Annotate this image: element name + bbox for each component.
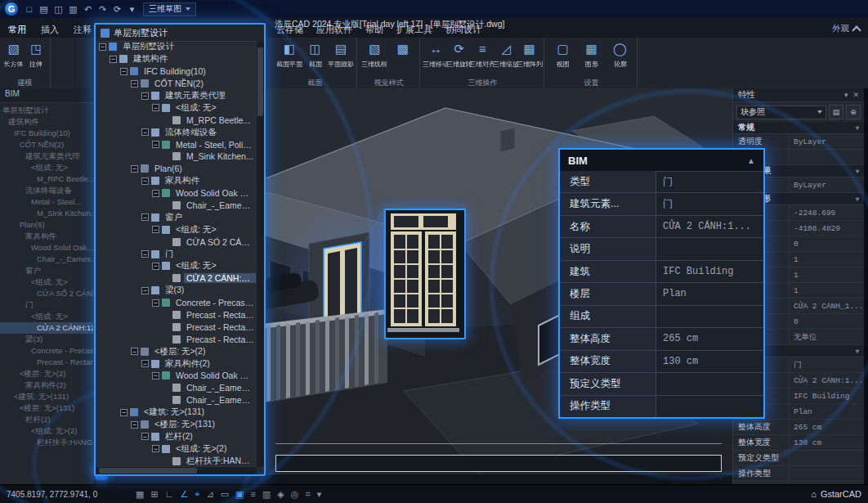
collapse-node-icon[interactable]: − [131, 165, 138, 173]
bim-popup-row-value[interactable]: IFC Building [656, 261, 763, 282]
home-icon[interactable]: ⌂ [811, 489, 817, 499]
3d-osnap-icon[interactable]: ◎ [291, 489, 299, 500]
tree-item[interactable]: −Metal - Steel, Polis... [96, 138, 257, 150]
collapse-node-icon[interactable]: − [120, 409, 128, 416]
dock-tree-item[interactable]: <楼层: 无>(2) [0, 368, 93, 379]
tree-item[interactable]: −<组成: 无>(2) [96, 442, 257, 455]
bim-popup-row-value[interactable]: 门 [656, 171, 763, 192]
dock-tree-item[interactable]: M_Sink Kitchen... [0, 208, 93, 219]
tab-扩展工具[interactable]: 扩展工具 [396, 24, 432, 36]
tree-item[interactable]: −门 [96, 248, 257, 260]
tree-item[interactable]: −单层别墅设计 [96, 41, 257, 53]
dock-tree-item[interactable]: 建筑构件 [0, 116, 93, 128]
tree-item[interactable]: −M_Sink Kitchen... [96, 150, 257, 163]
panel-close-icon[interactable]: ✕ [852, 91, 859, 99]
ribbon-button-三维缩放[interactable]: ◿三维缩放 [494, 40, 518, 70]
quick-select-icon[interactable]: ▤ [829, 105, 843, 119]
tree-item[interactable]: −流体终端设备 [96, 126, 257, 138]
dock-tree-item[interactable]: 流体终端设备 [0, 185, 93, 196]
dock-tree-item[interactable]: Plan(6) [0, 219, 93, 231]
dyn-input-icon[interactable]: ▣ [235, 489, 244, 500]
undo-icon[interactable]: ↶ [82, 4, 94, 15]
selection-cycling-icon[interactable]: ◈ [277, 489, 284, 500]
tree-item[interactable]: −Plan(6) [96, 163, 257, 175]
tree-item[interactable]: −Precast - Rectan... [96, 309, 257, 321]
command-input[interactable] [275, 455, 722, 472]
property-value[interactable] [790, 466, 864, 481]
property-value[interactable]: CỬA 2 CÁNH_1... [790, 299, 864, 313]
dock-tree-item[interactable]: 栏杆(2) [0, 414, 93, 425]
redo-icon[interactable]: ↷ [96, 4, 109, 15]
object-type-select[interactable]: 块参照 [736, 106, 826, 119]
dock-tree-item[interactable]: 家具构件 [0, 231, 93, 242]
dock-tree-item[interactable]: CỬA SỔ 2 CÁNH... [0, 288, 93, 299]
tree-item[interactable]: −Wood Solid Oak W... [96, 370, 257, 382]
tree-item[interactable]: −CỐT NỀN(2) [96, 78, 257, 90]
save-icon[interactable]: ◫ [52, 4, 65, 15]
collapse-node-icon[interactable]: − [152, 226, 159, 233]
ribbon-button-图形[interactable]: ▦图形 [577, 40, 606, 70]
tree-item[interactable]: −M_RPC Beetle... [96, 114, 257, 126]
transparency-icon[interactable]: ▥ [262, 489, 271, 500]
property-value[interactable]: 265 cm [790, 420, 864, 434]
tree-item[interactable]: −建筑构件 [96, 53, 257, 65]
collapse-node-icon[interactable]: − [99, 43, 106, 51]
panel-collapse-icon[interactable]: ▾ [844, 91, 848, 99]
horizontal-scrollbar[interactable] [96, 466, 257, 474]
property-value[interactable]: -4108.4829 [790, 221, 864, 236]
property-value[interactable]: ByLayer [790, 177, 864, 192]
property-value[interactable]: -2248.699 [790, 205, 864, 220]
ribbon-button-三维旋转[interactable]: ⟳三维旋转 [448, 40, 472, 70]
collapse-node-icon[interactable]: − [131, 348, 138, 355]
dock-tree-item[interactable]: M_RPC Beetle... [0, 173, 93, 185]
dock-tree-item[interactable]: Metal - Steel... [0, 196, 93, 208]
ribbon-button-轮廓[interactable]: ◯轮廓 [606, 40, 634, 70]
dock-tree-item[interactable]: 家具构件(2) [0, 379, 93, 391]
tree-item[interactable]: −家具构件(2) [96, 357, 257, 370]
tree-item[interactable]: −<楼层: 无>(2) [96, 345, 257, 357]
collapse-node-icon[interactable]: − [141, 128, 149, 136]
property-value[interactable]: 0 [790, 236, 864, 251]
ribbon-button-三维移动[interactable]: ↔三维移动 [424, 40, 448, 70]
tree-item[interactable]: −CỬA SỔ 2 CÁNH... [96, 236, 257, 248]
dock-tree-item[interactable]: Chair_-_Eames... [0, 254, 93, 265]
bim-popup-row-value[interactable] [656, 373, 763, 394]
bim-popup-row-value[interactable]: 130 cm [656, 351, 763, 372]
ribbon-button-三维阵列[interactable]: ▦三维阵列 [517, 40, 541, 70]
tab-帮助[interactable]: 帮助 [365, 24, 383, 36]
dock-tree-item[interactable]: Wood Solid Oak... [0, 242, 93, 254]
snap-icon[interactable]: ⊞ [150, 489, 158, 500]
ribbon-button-三维对齐[interactable]: ≡三维对齐 [471, 40, 494, 70]
property-value[interactable]: 0 [790, 314, 864, 329]
dock-tree-item[interactable]: CỐT NỀN(2) [0, 139, 93, 150]
property-value[interactable]: 130 cm [790, 435, 864, 450]
tree-item[interactable]: −<组成: 无> [96, 101, 257, 114]
refresh-icon[interactable]: ⟳ [111, 4, 123, 15]
properties-section-header[interactable]: 常规▾ [733, 122, 864, 134]
collapse-node-icon[interactable]: − [141, 287, 149, 294]
new-file-icon[interactable]: □ [23, 4, 35, 15]
tree-item[interactable]: −栏杆扶手:HANG... [96, 455, 257, 467]
toggle-value-icon[interactable]: ⊕ [846, 105, 861, 119]
collapse-node-icon[interactable]: − [152, 445, 159, 452]
workspace-switch-icon[interactable]: ▾ [317, 489, 322, 500]
tree-item[interactable]: −<楼层: 无>(131) [96, 419, 257, 431]
tree-item[interactable]: −栏杆(2) [96, 431, 257, 443]
property-value[interactable]: 1 [790, 267, 864, 282]
dock-tree-item[interactable]: CỬA 2 CÁNH:12... [0, 322, 93, 334]
bim-popup-row-value[interactable]: Plan [656, 283, 763, 304]
otrack-icon[interactable]: ⊿ [206, 489, 213, 500]
property-value[interactable]: Plan [790, 404, 864, 419]
tree-item[interactable]: −梁(3) [96, 285, 257, 297]
collapse-node-icon[interactable]: − [152, 299, 159, 307]
collapse-icon[interactable]: ▲ [747, 156, 755, 165]
ribbon-button-长方体[interactable]: ▧长方体 [2, 40, 25, 70]
dock-tree-item[interactable]: 单层别墅设计 [0, 105, 93, 116]
tree-item[interactable]: −窗户 [96, 211, 257, 223]
collapse-node-icon[interactable]: − [141, 213, 149, 221]
collapse-node-icon[interactable]: − [120, 68, 128, 75]
tree-item[interactable]: −Precast - Rectan... [96, 333, 257, 345]
polar-icon[interactable]: ∠ [180, 489, 188, 500]
dock-tree-item[interactable]: 门 [0, 299, 93, 311]
collapse-node-icon[interactable]: − [141, 250, 149, 258]
